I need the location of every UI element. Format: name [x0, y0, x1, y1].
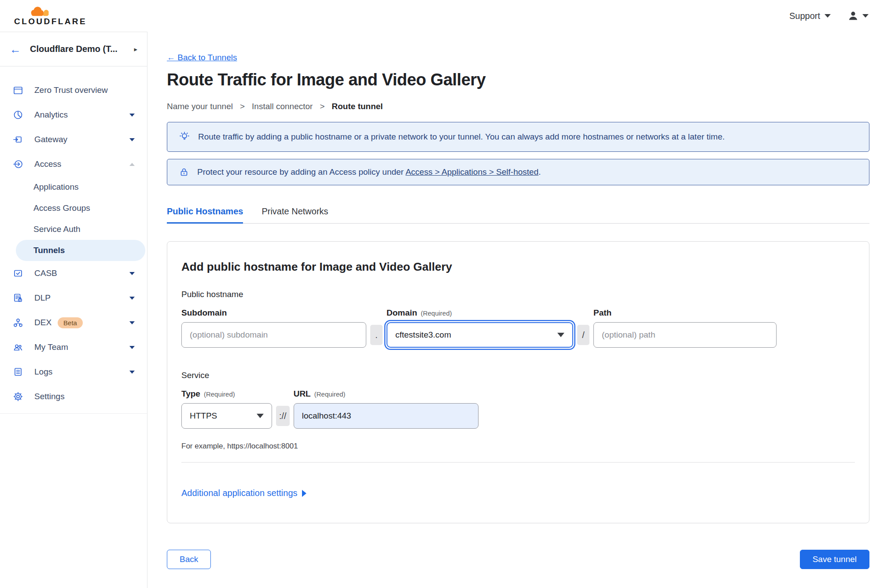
chevron-down-icon [129, 138, 135, 141]
service-label: Service [181, 371, 855, 380]
sidebar-item-access[interactable]: Access [0, 152, 147, 176]
required-tag: (Required) [204, 390, 235, 398]
save-tunnel-button[interactable]: Save tunnel [800, 550, 869, 569]
sidebar-item-gateway[interactable]: Gateway [0, 127, 147, 152]
tab-bar: Public Hostnames Private Networks [167, 206, 869, 224]
chevron-down-icon [129, 272, 135, 275]
sidebar-item-dlp[interactable]: DLP [0, 286, 147, 310]
service-type-value: HTTPS [190, 411, 217, 421]
people-icon [12, 342, 24, 353]
step-install-connector: Install connector [252, 102, 313, 111]
access-policy-banner: Protect your resource by adding an Acces… [167, 159, 869, 185]
breadcrumb: Name your tunnel > Install connector > R… [167, 102, 869, 111]
window-icon [12, 85, 24, 96]
subdomain-input[interactable] [181, 322, 366, 348]
chevron-down-icon [862, 14, 869, 18]
page-title: Route Traffic for Image and Video Galler… [167, 70, 869, 89]
support-menu[interactable]: Support [789, 11, 831, 21]
sidebar-item-zero-trust-overview[interactable]: Zero Trust overview [0, 78, 147, 103]
expand-chevron-icon[interactable]: ▸ [134, 45, 137, 53]
service-type-select[interactable]: HTTPS [181, 403, 272, 429]
chevron-up-icon [129, 163, 135, 166]
tab-public-hostnames[interactable]: Public Hostnames [167, 206, 243, 224]
card-heading: Add public hostname for Image and Video … [181, 260, 855, 274]
list-icon [12, 367, 24, 377]
step-route-tunnel: Route tunnel [332, 102, 383, 111]
user-icon [847, 10, 859, 22]
sidebar-item-tunnels[interactable]: Tunnels [16, 240, 145, 261]
account-name: Cloudflare Demo (T... [30, 44, 134, 54]
chevron-right-icon [302, 490, 306, 497]
dot-separator: . [370, 325, 383, 345]
path-label: Path [593, 308, 777, 318]
gateway-icon [12, 134, 24, 145]
additional-application-settings-toggle[interactable]: Additional application settings [181, 488, 306, 498]
example-hint: For example, https://localhost:8001 [181, 442, 855, 451]
path-input[interactable] [593, 322, 777, 348]
user-menu[interactable] [847, 10, 869, 22]
sidebar-item-dex[interactable]: DEXBeta [0, 310, 147, 335]
public-hostname-label: Public hostname [181, 290, 855, 299]
logo-wordmark: CLOUDFLARE [14, 17, 87, 26]
account-switcher[interactable]: ← Cloudflare Demo (T... ▸ [0, 32, 147, 66]
beta-badge: Beta [58, 317, 83, 328]
back-button[interactable]: Back [167, 550, 211, 569]
chevron-down-icon [129, 297, 135, 300]
domain-label: Domain(Required) [387, 308, 573, 318]
chevron-down-icon [129, 114, 135, 117]
sidebar-item-settings[interactable]: Settings [0, 384, 147, 409]
slash-separator: / [577, 325, 589, 345]
type-label: Type(Required) [181, 389, 272, 399]
support-label: Support [789, 11, 820, 21]
domain-select[interactable]: cftestsite3.com [387, 322, 573, 348]
dex-network-icon [12, 317, 24, 328]
route-traffic-info-banner: Route traffic by adding a public hostnam… [167, 122, 869, 152]
sidebar-item-casb[interactable]: CASB [0, 261, 147, 286]
top-bar: CLOUDFLARE Support [0, 0, 880, 32]
sidebar-item-access-groups[interactable]: Access Groups [0, 198, 147, 219]
sidebar: ← Cloudflare Demo (T... ▸ Zero Trust ove… [0, 32, 147, 588]
required-tag: (Required) [421, 309, 452, 317]
chevron-down-icon [825, 14, 831, 18]
back-arrow-icon[interactable]: ← [10, 44, 21, 55]
sidebar-item-applications[interactable]: Applications [0, 176, 147, 198]
main-content: ← Back to Tunnels Route Traffic for Imag… [148, 32, 880, 588]
step-name-your-tunnel: Name your tunnel [167, 102, 233, 111]
url-label: URL(Required) [294, 389, 479, 399]
step-separator: > [240, 102, 245, 111]
pie-chart-icon [12, 110, 24, 120]
chevron-down-icon [129, 346, 135, 349]
sidebar-item-my-team[interactable]: My Team [0, 335, 147, 360]
chevron-down-icon [129, 321, 135, 324]
banner-text: Route traffic by adding a public hostnam… [198, 132, 725, 142]
lightbulb-icon [179, 131, 190, 143]
wizard-footer: Back Save tunnel [167, 550, 869, 569]
card-divider [181, 462, 855, 463]
subdomain-label: Subdomain [181, 308, 366, 318]
sidebar-item-analytics[interactable]: Analytics [0, 103, 147, 127]
step-separator: > [320, 102, 324, 111]
cloudflare-logo: CLOUDFLARE [11, 5, 87, 26]
lock-icon [179, 167, 189, 177]
url-input[interactable] [294, 403, 479, 429]
chevron-down-icon [257, 414, 264, 418]
add-hostname-card: Add public hostname for Image and Video … [167, 241, 869, 523]
access-applications-self-hosted-link[interactable]: Access > Applications > Self-hosted [405, 167, 538, 176]
domain-select-value: cftestsite3.com [395, 330, 451, 340]
back-to-tunnels-link[interactable]: ← Back to Tunnels [167, 53, 237, 62]
chevron-down-icon [129, 371, 135, 374]
access-icon [12, 159, 24, 169]
document-lock-icon [12, 293, 24, 303]
casb-icon [12, 268, 24, 279]
tab-private-networks[interactable]: Private Networks [261, 206, 328, 223]
required-tag: (Required) [314, 390, 346, 398]
scheme-separator: :// [276, 406, 290, 426]
chevron-down-icon [557, 333, 564, 337]
sidebar-nav: Zero Trust overview Analytics Gateway Ac… [0, 66, 147, 414]
sidebar-item-service-auth[interactable]: Service Auth [0, 219, 147, 240]
sidebar-item-logs[interactable]: Logs [0, 360, 147, 384]
banner-text: Protect your resource by adding an Acces… [197, 167, 541, 177]
gear-icon [12, 391, 24, 402]
cloudflare-cloud-icon [29, 5, 52, 18]
